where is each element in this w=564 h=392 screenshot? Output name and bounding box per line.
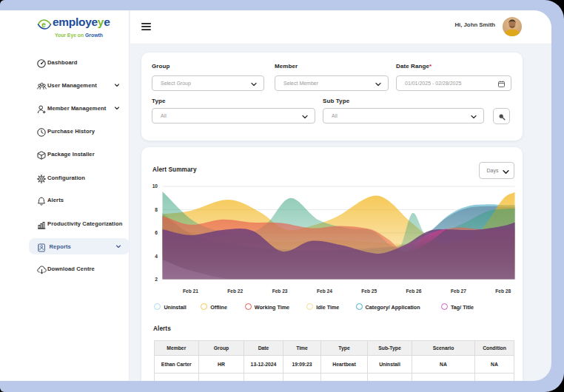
svg-text:Feb 23: Feb 23 (272, 288, 287, 294)
svg-text:Feb 27: Feb 27 (450, 288, 466, 294)
svg-text:Feb 28: Feb 28 (495, 288, 511, 294)
svg-text:Feb 25: Feb 25 (361, 288, 377, 294)
svg-text:Feb 24: Feb 24 (316, 288, 332, 294)
svg-text:Feb 22: Feb 22 (227, 288, 243, 294)
svg-text:10: 10 (152, 183, 158, 189)
svg-text:8: 8 (155, 207, 158, 212)
svg-text:Feb 26: Feb 26 (406, 288, 421, 294)
svg-text:6: 6 (155, 230, 158, 235)
svg-text:Feb 21: Feb 21 (182, 288, 198, 294)
svg-text:e: e (41, 21, 46, 29)
svg-text:4: 4 (155, 254, 158, 259)
svg-text:2: 2 (155, 277, 158, 282)
